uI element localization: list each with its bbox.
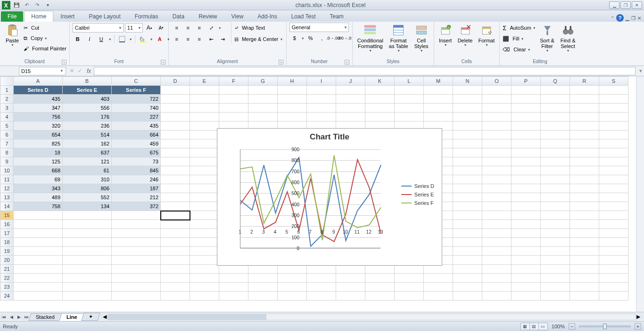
cell-E18[interactable] xyxy=(190,238,219,247)
cell-G21[interactable] xyxy=(248,265,278,274)
font-size-combo[interactable]: 11▼ xyxy=(125,23,143,32)
cell-M3[interactable] xyxy=(424,104,453,113)
cell-B24[interactable] xyxy=(63,292,112,301)
cell-S15[interactable] xyxy=(599,211,628,220)
cell-K2[interactable] xyxy=(365,95,395,104)
cell-R9[interactable] xyxy=(570,157,599,166)
cell-P19[interactable] xyxy=(512,247,541,256)
cell-P3[interactable] xyxy=(512,104,541,113)
cell-O21[interactable] xyxy=(482,265,512,274)
cell-N4[interactable] xyxy=(453,113,482,122)
cell-O23[interactable] xyxy=(482,283,512,292)
col-header-A[interactable]: A xyxy=(14,77,63,86)
cell-C15[interactable] xyxy=(112,211,161,220)
cell-C10[interactable]: 845 xyxy=(112,166,161,175)
cell-A16[interactable] xyxy=(14,220,63,229)
cell-J3[interactable] xyxy=(336,104,365,113)
cell-E1[interactable] xyxy=(190,86,219,95)
cell-C4[interactable]: 227 xyxy=(112,113,161,122)
cell-H21[interactable] xyxy=(278,265,307,274)
cell-A18[interactable] xyxy=(14,238,63,247)
font-color-button[interactable]: A xyxy=(155,34,165,44)
font-face-combo[interactable]: Calibri▼ xyxy=(73,23,124,32)
cell-S23[interactable] xyxy=(599,283,628,292)
cell-S12[interactable] xyxy=(599,184,628,193)
col-header-F[interactable]: F xyxy=(219,77,248,86)
cell-C23[interactable] xyxy=(112,283,161,292)
fill-color-button[interactable] xyxy=(138,34,148,44)
cell-C13[interactable]: 212 xyxy=(112,193,161,202)
cell-R10[interactable] xyxy=(570,166,599,175)
cell-R19[interactable] xyxy=(570,247,599,256)
row-header-3[interactable]: 3 xyxy=(0,104,14,113)
cell-E5[interactable] xyxy=(190,122,219,130)
cell-R14[interactable] xyxy=(570,202,599,211)
cell-P20[interactable] xyxy=(512,256,541,265)
cell-R15[interactable] xyxy=(570,211,599,220)
cell-A5[interactable]: 320 xyxy=(14,122,63,130)
decrease-decimal-button[interactable]: .00→.0 xyxy=(339,33,350,43)
cell-S20[interactable] xyxy=(599,256,628,265)
cell-I3[interactable] xyxy=(307,104,336,113)
cell-H3[interactable] xyxy=(278,104,307,113)
align-top-button[interactable]: ≡ xyxy=(172,23,182,32)
cell-R11[interactable] xyxy=(570,175,599,184)
cell-A1[interactable]: Series D xyxy=(14,86,63,95)
tab-add-ins[interactable]: Add-Ins xyxy=(250,11,284,22)
row-header-9[interactable]: 9 xyxy=(0,157,14,166)
cell-B10[interactable]: 61 xyxy=(63,166,112,175)
cell-A15[interactable] xyxy=(14,211,63,220)
col-header-G[interactable]: G xyxy=(248,77,278,86)
cell-O6[interactable] xyxy=(482,130,512,139)
help-icon[interactable]: ? xyxy=(616,14,624,22)
cell-N22[interactable] xyxy=(453,274,482,283)
cell-C8[interactable]: 675 xyxy=(112,148,161,157)
cell-H23[interactable] xyxy=(278,283,307,292)
cell-G3[interactable] xyxy=(248,104,278,113)
cell-C18[interactable] xyxy=(112,238,161,247)
cell-E3[interactable] xyxy=(190,104,219,113)
align-center-button[interactable]: ≡ xyxy=(183,34,193,44)
cell-P5[interactable] xyxy=(512,122,541,130)
cell-B17[interactable] xyxy=(63,229,112,238)
cell-C2[interactable]: 722 xyxy=(112,95,161,104)
cell-R24[interactable] xyxy=(570,292,599,301)
mdi-minimize-icon[interactable]: ▁ xyxy=(626,16,629,21)
cell-D24[interactable] xyxy=(161,292,190,301)
cell-G23[interactable] xyxy=(248,283,278,292)
cell-R18[interactable] xyxy=(570,238,599,247)
tab-review[interactable]: Review xyxy=(191,11,224,22)
cell-C9[interactable]: 73 xyxy=(112,157,161,166)
cell-S11[interactable] xyxy=(599,175,628,184)
cell-F3[interactable] xyxy=(219,104,248,113)
cell-N6[interactable] xyxy=(453,130,482,139)
cell-Q1[interactable] xyxy=(541,86,570,95)
cell-E14[interactable] xyxy=(190,202,219,211)
cell-S14[interactable] xyxy=(599,202,628,211)
shrink-font-button[interactable]: A▾ xyxy=(156,23,166,32)
cell-S13[interactable] xyxy=(599,193,628,202)
zoom-in-button[interactable]: + xyxy=(635,323,641,330)
cell-M4[interactable] xyxy=(424,113,453,122)
cell-C11[interactable]: 246 xyxy=(112,175,161,184)
row-header-14[interactable]: 14 xyxy=(0,202,14,211)
cell-O22[interactable] xyxy=(482,274,512,283)
cell-R21[interactable] xyxy=(570,265,599,274)
cell-B15[interactable] xyxy=(63,211,112,220)
normal-view-button[interactable]: ▦ xyxy=(520,323,530,330)
wrap-text-button[interactable]: ⤶ Wrap Text xyxy=(234,23,283,33)
cell-R2[interactable] xyxy=(570,95,599,104)
cell-B18[interactable] xyxy=(63,238,112,247)
cell-Q9[interactable] xyxy=(541,157,570,166)
cell-R5[interactable] xyxy=(570,122,599,130)
tab-view[interactable]: View xyxy=(224,11,251,22)
cell-O9[interactable] xyxy=(482,157,512,166)
cell-O14[interactable] xyxy=(482,202,512,211)
cell-Q19[interactable] xyxy=(541,247,570,256)
cell-E2[interactable] xyxy=(190,95,219,104)
cell-Q12[interactable] xyxy=(541,184,570,193)
cell-E4[interactable] xyxy=(190,113,219,122)
cell-M2[interactable] xyxy=(424,95,453,104)
cell-F4[interactable] xyxy=(219,113,248,122)
row-header-20[interactable]: 20 xyxy=(0,256,14,265)
